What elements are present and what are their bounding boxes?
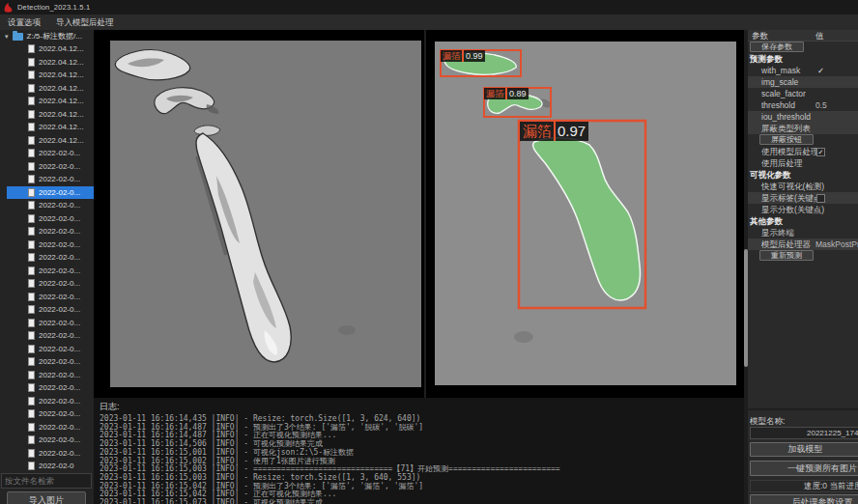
tree-item[interactable]: 2022-02-0...	[0, 329, 94, 343]
save-params-button[interactable]: 保存参数	[750, 42, 804, 52]
tree-item-label: 2022-02-0...	[39, 397, 80, 406]
search-input[interactable]	[1, 473, 92, 489]
tree-item[interactable]: 2022-02-0...	[0, 447, 94, 461]
tree-item[interactable]: 2022-02-0...	[0, 395, 94, 408]
file-icon	[28, 345, 35, 353]
tree-item[interactable]: 2022-02-0...	[0, 265, 94, 278]
file-icon	[28, 397, 35, 406]
title-bar: Detection_2023.1.5.1	[0, 0, 858, 14]
tree-item[interactable]: 2022-02-0...	[0, 381, 94, 395]
original-image-view[interactable]	[110, 41, 421, 387]
tree-item[interactable]: 2022.04.12...	[0, 56, 94, 70]
tree-item[interactable]: 2022.04.12...	[0, 121, 94, 134]
tree-item[interactable]: 2022.04.12...	[0, 82, 94, 96]
tree-item[interactable]: 2022.04.12...	[0, 69, 94, 82]
file-icon	[28, 293, 35, 301]
tree-item-label: 2022-02-0...	[39, 423, 80, 432]
tree-item-label: 2022-02-0...	[39, 279, 80, 288]
import-images-button[interactable]: 导入图片	[7, 491, 86, 504]
tree-item[interactable]: 2022-02-0...	[0, 434, 94, 447]
file-icon	[28, 227, 35, 236]
original-image	[110, 41, 421, 387]
param-row[interactable]: iou_threshold	[748, 111, 858, 123]
prediction-image-view[interactable]: 漏箔0.99 漏箔0.89 漏箔0.97	[435, 42, 736, 385]
tree-item-label: 2022-02-0	[39, 462, 73, 470]
param-row[interactable]: img_scale	[748, 76, 858, 88]
param-row[interactable]: 使用后处理	[748, 157, 858, 169]
file-icon	[28, 409, 35, 418]
param-section-label: 可视化参数	[748, 169, 858, 181]
panel-divider	[748, 408, 858, 410]
file-icon	[28, 136, 35, 145]
checkbox[interactable]: ✓	[816, 148, 825, 156]
tree-item-label: 2022-02-0...	[39, 266, 80, 275]
param-row[interactable]: 显示分数(关键点)	[748, 204, 858, 215]
param-row[interactable]: 显示终端	[748, 227, 858, 238]
tree-item-label: 2022-02-0...	[39, 240, 80, 249]
tree-item[interactable]: 2022.04.12...	[0, 134, 94, 148]
chevron-down-icon[interactable]: ▾	[5, 33, 9, 41]
model-name-field[interactable]: 20221225_174813	[750, 427, 858, 439]
tree-item[interactable]: 2022-02-0...	[0, 421, 94, 434]
tree-item-label: 2022-02-0...	[39, 214, 80, 223]
tree-item[interactable]: 2022-02-0...	[0, 317, 94, 330]
param-row[interactable]: scale_factor	[748, 88, 858, 99]
predict-all-button[interactable]: 一键预测所有图片	[750, 461, 858, 476]
file-icon	[28, 435, 35, 444]
checkbox[interactable]	[816, 194, 825, 203]
postprocess-settings-button[interactable]: 后处理参数设置	[750, 494, 858, 504]
tree-item-label: 2022-02-0...	[39, 305, 80, 314]
tree-item-label: 2022-02-0...	[39, 357, 80, 366]
tree-item-label: 2022-02-0...	[39, 435, 80, 444]
mask-types-button[interactable]: 屏蔽按钮	[759, 134, 814, 145]
tree-item[interactable]: 2022-02-0...	[0, 355, 94, 369]
tree-item-label: 2022-02-0...	[39, 409, 80, 418]
tree-item[interactable]: 2022-02-0...	[0, 199, 94, 212]
param-row[interactable]: 屏蔽类型列表	[748, 123, 858, 134]
param-row[interactable]: with_mask✓	[748, 65, 858, 76]
tree-item-label: 2022-02-0...	[39, 188, 80, 197]
menu-item-settings[interactable]: 设置选项	[0, 14, 48, 30]
tree-item[interactable]: 2022-02-0...	[0, 343, 94, 356]
tree-item[interactable]: 2022-02-0...	[0, 251, 94, 265]
file-icon	[28, 449, 35, 458]
file-icon	[28, 462, 35, 470]
tree-item[interactable]: 2022-02-0...	[0, 147, 94, 160]
tree-item[interactable]: 2022-02-0...	[0, 369, 94, 382]
file-icon	[28, 188, 35, 197]
menu-item-import-postprocess[interactable]: 导入模型后处理	[48, 14, 122, 30]
tree-item[interactable]: 2022-02-0...	[0, 291, 94, 304]
tree-item[interactable]: 2022.04.12...	[0, 42, 94, 56]
tree-item-label: 2022.04.12...	[39, 44, 84, 53]
re-predict-button[interactable]: 重新预测	[759, 250, 814, 261]
tree-item[interactable]: 2022-02-0...	[0, 303, 94, 317]
tree-item[interactable]: 2022.04.12...	[0, 95, 94, 108]
param-row[interactable]: 显示标签(关键点)	[748, 192, 858, 204]
checkmark-icon[interactable]: ✓	[817, 66, 824, 75]
param-row[interactable]: 模型后处理器MaskPostPro	[748, 238, 858, 250]
tree-item[interactable]: 2022-02-0...	[0, 225, 94, 238]
param-rows: 保存参数预测参数with_mask✓img_scalescale_factort…	[748, 42, 858, 262]
tree-item[interactable]: 2022.04.12...	[0, 108, 94, 122]
tree-item[interactable]: 2022-02-0	[0, 460, 94, 473]
tree-item[interactable]: 2022-02-0...	[0, 212, 94, 226]
tree-root[interactable]: ▾ Z:/5-标注数据/...	[0, 30, 94, 42]
tree-item[interactable]: 2022-02-0...	[0, 173, 94, 186]
tree-item[interactable]: 2022-02-0...	[0, 160, 94, 174]
param-row[interactable]: 快速可视化(检测)	[748, 181, 858, 192]
tree-item[interactable]: 2022-02-0...	[0, 238, 94, 252]
file-icon	[28, 201, 35, 210]
param-row[interactable]: threshold0.5	[748, 99, 858, 111]
log-line: 2023-01-11 16:16:15,073 |INFO| - 可视化预测结果…	[100, 499, 744, 504]
image-splitter[interactable]	[424, 30, 426, 398]
tree-item[interactable]: 2022-02-0...	[0, 407, 94, 421]
detection-label: 漏箔0.89	[484, 88, 529, 99]
load-model-button[interactable]: 加载模型	[750, 442, 858, 457]
tree-item[interactable]: 2022-02-0...	[0, 277, 94, 291]
window-title: Detection_2023.1.5.1	[17, 3, 90, 12]
tree-item[interactable]: 2022-02-0...	[0, 186, 94, 200]
file-tree: ▾ Z:/5-标注数据/... 2022.04.12...2022.04.12.…	[0, 30, 94, 473]
param-label: with_mask	[761, 66, 800, 75]
param-row[interactable]: 使用模型后处理✓	[748, 146, 858, 157]
tree-item-label: 2022-02-0...	[39, 449, 80, 458]
